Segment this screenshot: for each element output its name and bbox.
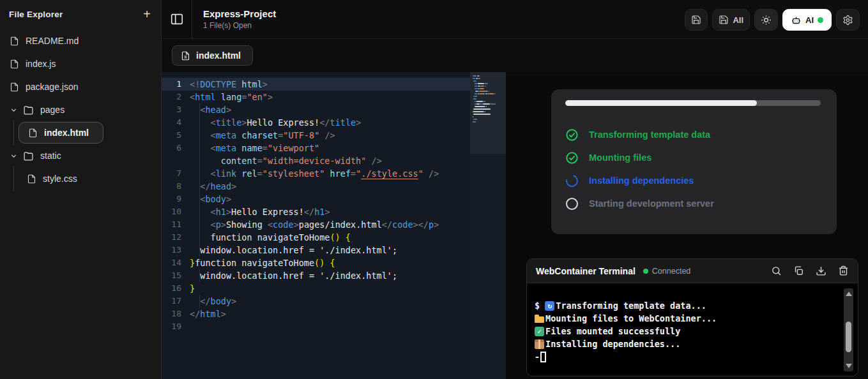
file-icon bbox=[27, 174, 36, 184]
add-file-button[interactable]: + bbox=[143, 9, 151, 19]
line-number: 19 bbox=[162, 320, 190, 333]
step-label: Mounting files bbox=[589, 152, 651, 163]
terminal-text: Installing dependencies... bbox=[545, 339, 680, 349]
tree-item-label: style.css bbox=[43, 174, 77, 184]
code-line[interactable]: 2<html lang="en"> bbox=[162, 91, 470, 103]
line-number: 15 bbox=[162, 269, 190, 282]
terminal-scrollbar[interactable] bbox=[844, 288, 853, 371]
ide-window: File Explorer + README.mdindex.jspackage… bbox=[0, 0, 868, 379]
editor-minimap[interactable] bbox=[470, 72, 506, 379]
search-icon[interactable] bbox=[771, 265, 782, 276]
terminal-title: WebContainer Terminal bbox=[536, 266, 636, 276]
progress-step-3: Installing dependencies bbox=[565, 169, 821, 192]
terminal-toolbar bbox=[771, 265, 849, 276]
line-number: 13 bbox=[162, 244, 190, 256]
header-actions: All AI bbox=[685, 9, 860, 31]
code-line[interactable]: 11 <p>Showing <code>pages/index.html</co… bbox=[162, 218, 470, 231]
theme-toggle-button[interactable] bbox=[754, 9, 778, 31]
code-line[interactable]: 12 function navigateToHome() { bbox=[162, 231, 470, 244]
line-number: 3 bbox=[162, 103, 190, 116]
code-line[interactable]: 4 <title>Hello Express!</title> bbox=[162, 116, 470, 129]
download-icon[interactable] bbox=[816, 265, 826, 276]
code-line[interactable]: 1<!DOCTYPE html> bbox=[162, 78, 470, 91]
line-number: 5 bbox=[162, 129, 190, 142]
code-line[interactable]: 3<head> bbox=[162, 103, 470, 116]
spinner-icon bbox=[564, 172, 581, 189]
tree-item-label: README.md bbox=[26, 36, 79, 46]
terminal-lines: $ ↻Transforming template data...Mounting… bbox=[535, 299, 832, 363]
code-line[interactable]: 19 bbox=[162, 320, 470, 333]
tree-item-label: index.js bbox=[26, 59, 56, 69]
tree-item-label: package.json bbox=[26, 82, 79, 92]
files-open-count: 1 File(s) Open bbox=[203, 21, 276, 30]
file-icon bbox=[10, 36, 19, 46]
package-emoji-icon bbox=[535, 339, 544, 349]
copy-icon[interactable] bbox=[793, 265, 804, 276]
code-line[interactable]: 18</html> bbox=[162, 308, 470, 320]
code-line[interactable]: 6 <meta name="viewport" bbox=[162, 142, 470, 154]
settings-button[interactable] bbox=[836, 9, 860, 31]
terminal-cursor bbox=[540, 352, 546, 362]
code-area[interactable]: 1<!DOCTYPE html>2<html lang="en">3<head>… bbox=[162, 72, 470, 379]
line-number: 12 bbox=[162, 231, 190, 244]
file-icon bbox=[28, 128, 38, 138]
code-line[interactable]: 17</body> bbox=[162, 295, 470, 308]
code-line[interactable]: 16} bbox=[162, 282, 470, 295]
tab-index-html[interactable]: index.html bbox=[172, 45, 253, 66]
code-line[interactable]: 10 <h1>Hello Express!</h1> bbox=[162, 205, 470, 218]
tree-item-pages[interactable]: pages bbox=[0, 98, 161, 121]
code-line[interactable]: 14}function navigateToHome() { bbox=[162, 256, 470, 269]
code-line[interactable]: 8</head> bbox=[162, 180, 470, 193]
line-number: 10 bbox=[162, 205, 190, 218]
save-button[interactable] bbox=[685, 9, 708, 31]
progress-step-2: Mounting files bbox=[565, 146, 821, 169]
terminal-prompt: - bbox=[535, 352, 540, 362]
save-all-button[interactable]: All bbox=[712, 9, 750, 31]
main-area: Express-Project 1 File(s) Open All AI bbox=[162, 0, 868, 379]
sun-icon bbox=[761, 15, 772, 26]
tree-item-README.md[interactable]: README.md bbox=[0, 29, 161, 52]
tree-item-package.json[interactable]: package.json bbox=[0, 75, 161, 98]
terminal-text: Files mounted successfully bbox=[545, 326, 680, 336]
line-number bbox=[162, 154, 190, 167]
code-line[interactable]: 15window.location.href = './index.html'; bbox=[162, 269, 470, 282]
terminal-prompt: $ bbox=[535, 301, 545, 311]
line-number: 16 bbox=[162, 282, 190, 295]
toggle-sidebar-button[interactable] bbox=[162, 0, 192, 39]
trash-icon[interactable] bbox=[838, 265, 849, 276]
tree-item-index.js[interactable]: index.js bbox=[0, 52, 161, 75]
scroll-up-arrow-icon[interactable] bbox=[846, 292, 852, 296]
folder-icon bbox=[23, 105, 34, 115]
gear-icon bbox=[842, 15, 853, 26]
file-icon bbox=[10, 82, 19, 92]
ai-assistant-button[interactable]: AI bbox=[782, 9, 832, 31]
code-line[interactable]: 13window.location.href = './index.html'; bbox=[162, 244, 470, 256]
step-label: Starting development server bbox=[589, 198, 714, 209]
step-label: Installing dependencies bbox=[589, 175, 694, 186]
tree-item-style.css[interactable]: style.css bbox=[0, 167, 161, 190]
code-line[interactable]: 7 <link rel="stylesheet" href="./style.c… bbox=[162, 167, 470, 180]
scroll-down-arrow-icon[interactable] bbox=[846, 364, 852, 368]
check-circle-icon bbox=[565, 151, 579, 165]
line-number: 14 bbox=[162, 256, 190, 269]
line-number: 8 bbox=[162, 180, 190, 193]
file-tree: README.mdindex.jspackage.jsonpagesindex.… bbox=[0, 26, 161, 190]
code-line[interactable]: 9<body> bbox=[162, 193, 470, 205]
terminal-output[interactable]: $ ↻Transforming template data...Mounting… bbox=[527, 283, 858, 376]
connection-status-label: Connected bbox=[652, 267, 690, 276]
setup-progress-card: Transforming template dataMounting files… bbox=[551, 89, 837, 234]
connection-status-dot bbox=[643, 269, 648, 274]
code-line[interactable]: content="width=device-width" /> bbox=[162, 154, 470, 167]
file-explorer-title: File Explorer bbox=[9, 10, 63, 19]
file-explorer-header: File Explorer + bbox=[0, 0, 161, 26]
terminal-text: Mounting files to WebContainer... bbox=[545, 313, 717, 323]
terminal-line: ✓Files mounted successfully bbox=[535, 325, 832, 338]
check-emoji-icon: ✓ bbox=[535, 327, 544, 336]
setup-steps-list: Transforming template dataMounting files… bbox=[565, 123, 821, 215]
code-editor[interactable]: 1<!DOCTYPE html>2<html lang="en">3<head>… bbox=[162, 72, 506, 379]
code-line[interactable]: 5 <meta charset="UTF-8" /> bbox=[162, 129, 470, 142]
tree-item-static[interactable]: static bbox=[0, 144, 161, 167]
scrollbar-thumb[interactable] bbox=[846, 322, 851, 352]
tree-item-index.html[interactable]: index.html bbox=[0, 121, 161, 144]
tab-bar: index.html bbox=[162, 39, 868, 72]
